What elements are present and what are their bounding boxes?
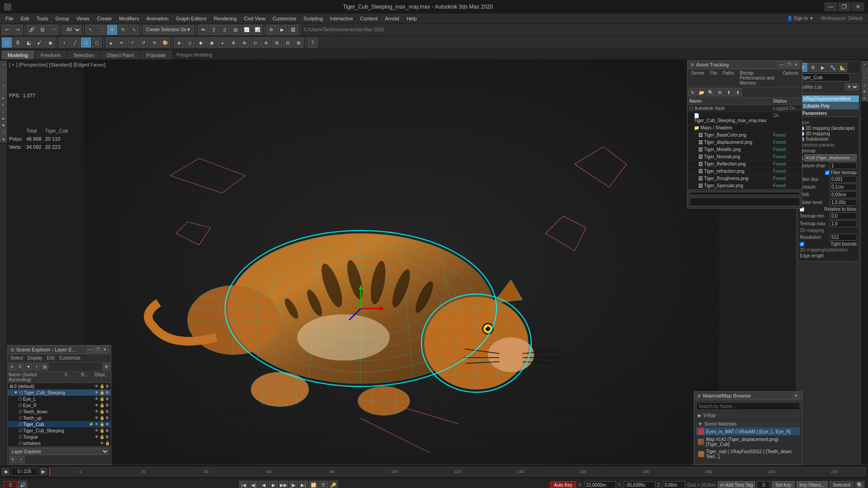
at-row-normal[interactable]: 🖼 Tiger_Normal.png Found [688,153,802,161]
se-footer-btn1[interactable]: ↻ [9,456,17,463]
at-menu-server[interactable]: Server [690,70,705,86]
menu-modifiers[interactable]: Modifiers [115,14,143,24]
menu-graph-editors[interactable]: Graph Editors [172,14,210,24]
transport-prev-key-btn[interactable]: ◀| [249,481,258,488]
at-row-maps-folder[interactable]: 📁 Maps / Shaders [688,124,802,132]
resolution-field[interactable] [830,234,857,241]
maximize-button[interactable]: ❐ [838,2,851,11]
mb-section-scene-header[interactable]: ▼ Scene Materials [696,421,800,427]
select-scale-btn[interactable]: ⤡ [129,25,139,35]
menu-create[interactable]: Create [93,14,115,24]
se-row-tiger-group[interactable]: ▼ ⬡ Tiger_Cub_Sleeping 👁 🔒 ⚙ [8,389,111,396]
tl-prev-frame-btn[interactable]: ◀ [2,468,9,475]
at-tb-btn4[interactable]: ⚙ [716,88,724,96]
ltb-btn3[interactable]: ○ [0,75,7,81]
select-rotate-btn[interactable]: ↻ [118,25,128,35]
at-tb-btn2[interactable]: 📂 [697,88,706,96]
transport-goto-start-btn[interactable]: |◀ [239,481,248,488]
texmin-field[interactable] [830,213,857,219]
texmax-field[interactable] [830,220,857,227]
transport-timeconfig-btn[interactable]: ⏱ [319,481,328,488]
selection-btn[interactable]: ⬕ [24,38,33,47]
at-row-tiger-file[interactable]: 📄 Tiger_Cub_Sleeping_max_vray.max Ok [688,112,802,124]
menu-rendering[interactable]: Rendering [210,14,241,24]
frt-btn5[interactable]: ⊕ [862,88,868,95]
ltb-btn2[interactable]: ⬛ [0,68,7,74]
tab-object-paint[interactable]: Object Paint [101,51,140,59]
at-row-specular[interactable]: 🖼 Tiger_Specular.png Found [688,182,802,190]
align-btn[interactable]: ⣿ [209,25,219,35]
extra6-btn[interactable]: ⊕ [228,38,238,47]
ltb-btn6[interactable]: ⟳ [0,95,7,101]
ltb-btn1[interactable]: + [0,61,7,67]
se-minimize-btn[interactable]: — [87,346,94,353]
se-menu-customize[interactable]: Customize [57,355,82,361]
frt-btn1[interactable]: + [862,61,868,67]
se-menu-edit[interactable]: Edit [45,355,57,361]
menu-content[interactable]: Content [356,14,381,24]
menu-views[interactable]: Views [73,14,93,24]
ltb-btn11[interactable]: ⬡ [0,129,7,135]
link-button[interactable]: 🔗 [27,25,37,35]
geometry-btn[interactable]: ▲ [106,38,116,47]
set-key-button[interactable]: Set Key [772,481,794,488]
extra7-btn[interactable]: ⊗ [239,38,249,47]
loops-btn[interactable]: ↺ [138,38,148,47]
at-maximize-btn[interactable]: ❐ [786,62,792,68]
transport-play-btn[interactable]: ▶ [269,481,278,488]
scene-explorer-footer-dropdown[interactable]: Layer Explorer [9,448,109,455]
frt-btn2[interactable]: ⬛ [862,68,868,74]
modifier-item-vray[interactable]: ▶ VRayDisplacementMod [797,95,859,102]
se-close-btn[interactable]: ✕ [102,346,108,353]
texchan-field[interactable] [830,162,857,169]
autokey-button[interactable]: Auto Key [550,481,577,488]
se-filter-btn[interactable]: ▼ [25,363,32,370]
amount-field[interactable] [830,184,857,190]
transport-mute-btn[interactable]: 🔊 [18,481,27,488]
tl-frame-counter[interactable] [11,468,38,476]
render-frame-btn[interactable]: 🖼 [288,25,298,35]
extra10-btn[interactable]: ⊞ [272,38,282,47]
se-row-eyer[interactable]: ⬡ Eye_R 👁 🔒 ⚙ [8,402,111,408]
selection-filter-dropdown[interactable]: All [62,25,81,34]
select-region-btn[interactable]: ⬛ [96,25,106,35]
extra2-btn[interactable]: ◇ [185,38,195,47]
at-close-btn[interactable]: ✕ [793,62,799,68]
extra12-btn[interactable]: ⊠ [294,38,304,47]
menu-group[interactable]: Group [52,14,73,24]
menu-customize[interactable]: Customize [269,14,300,24]
search-button[interactable]: 🔍 [855,481,864,488]
at-row-roughness[interactable]: 🖼 Tiger_Roughness.png Found [688,175,802,182]
at-row-reflection[interactable]: 🖼 Tiger_Reflection.png Found [688,161,802,168]
frt-btn4[interactable]: △ [862,81,868,88]
ltb-btn4[interactable]: △ [0,81,7,88]
coord-x-field[interactable] [584,481,616,488]
se-row-tiger-cub-sleeping[interactable]: ⬡ Tiger_Cub_Sleeping 👁 🔒 ⚙ [8,427,111,434]
at-path-input[interactable] [689,197,800,206]
at-row-metallic[interactable]: 🖼 Tiger_Metallic.png Found [688,146,802,153]
at-row-vault[interactable]: ⬡ Autodesk Vault Logged Ou... [688,105,802,112]
at-menu-paths[interactable]: Paths [722,70,735,86]
tab-selection[interactable]: Selection [67,51,100,59]
mb-item-eyes[interactable]: Eyes_m_MAT ( VRayMtl ) [Eye_L, Eye_R] [696,427,800,436]
render-setup-btn[interactable]: ⚙ [266,25,276,35]
help-btn[interactable]: ? [308,38,318,47]
minimize-button[interactable]: — [825,2,837,11]
se-add-btn[interactable]: + [33,363,40,370]
menu-edit[interactable]: Edit [17,14,33,24]
transport-goto-end-btn[interactable]: ▶| [299,481,308,488]
ltb-btn10[interactable]: ❖ [0,122,7,128]
viewport[interactable]: [ + ] [Perspective] [Standard] [Edged Fa… [7,60,795,464]
extra5-btn[interactable]: ⬧ [218,38,228,47]
rp-tab-hierarchy[interactable]: ⚙ [808,63,817,72]
bind-space-warp[interactable]: 〰 [48,25,58,35]
at-row-displacement[interactable]: 🖼 Tiger_displacement.png Found [688,139,802,146]
mb-section-vray-header[interactable]: ▶ V-Ray [696,412,800,419]
mb-close-btn[interactable]: ✕ [793,393,799,399]
subdivide-btn[interactable]: ⌗ [128,38,138,47]
shift-field[interactable] [830,191,857,198]
menu-arnold[interactable]: Arnold [381,14,403,24]
filter-texmap-check[interactable] [825,171,830,175]
close-button[interactable]: ✕ [852,2,864,11]
at-row-refraction[interactable]: 🖼 Tiger_refraction.png Found [688,168,802,175]
